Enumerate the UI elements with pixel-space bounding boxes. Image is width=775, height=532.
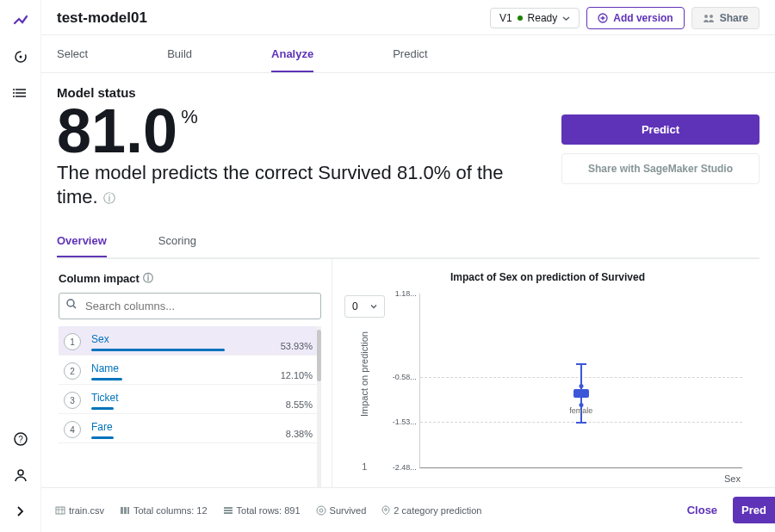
info-icon[interactable]: ⓘ [103, 191, 115, 205]
logo-icon[interactable] [12, 12, 29, 29]
svg-rect-15 [127, 507, 129, 514]
rows-icon [223, 505, 233, 516]
impact-pct: 8.38% [286, 429, 313, 439]
svg-point-11 [67, 300, 74, 306]
plus-icon [598, 13, 608, 23]
add-version-button[interactable]: Add version [586, 7, 684, 29]
target-col: Survived [330, 505, 367, 516]
svg-rect-17 [224, 510, 232, 511]
rank-badge: 4 [64, 421, 81, 438]
impact-pct: 53.93% [281, 341, 313, 351]
prediction-type: 2 category prediction [394, 505, 481, 516]
chart-panel: Impact of Sex on prediction of Survived … [332, 259, 760, 487]
target-icon [316, 505, 326, 516]
share-sagemaker-button[interactable]: Share with SageMaker Studio [561, 153, 760, 184]
rank-badge: 1 [64, 333, 81, 350]
predict-footer-button[interactable]: Pred [733, 497, 775, 523]
column-name: Fare [91, 421, 314, 433]
total-columns: Total columns: 12 [133, 505, 208, 516]
status-dot-icon [518, 15, 523, 21]
location-icon [381, 505, 390, 516]
svg-rect-12 [56, 507, 65, 514]
svg-point-7 [18, 470, 23, 475]
svg-rect-13 [121, 507, 123, 514]
search-icon [65, 298, 78, 310]
svg-rect-14 [124, 507, 127, 514]
impact-bar [91, 407, 114, 410]
column-list: 1 Sex 53.93% 2 Name [59, 326, 321, 487]
subtab-scoring[interactable]: Scoring [158, 226, 196, 257]
svg-point-10 [710, 15, 713, 18]
info-icon[interactable]: ⓘ [143, 271, 153, 286]
svg-point-4 [13, 96, 15, 97]
impact-pct: 8.55% [286, 399, 313, 410]
tab-analyze[interactable]: Analyze [271, 35, 313, 72]
version-dropdown[interactable]: V1 Ready [490, 8, 580, 28]
rank-badge: 2 [64, 362, 81, 380]
chart-class-dropdown[interactable]: 0 [344, 295, 385, 318]
chart-plot: 1.18... -0.58... -1.53... -2.48... [388, 294, 751, 487]
x-axis-label: Sex [724, 473, 741, 484]
chevron-down-icon [562, 15, 570, 22]
chevron-down-icon [370, 303, 377, 310]
column-item-fare[interactable]: 4 Fare 8.38% [59, 414, 321, 443]
svg-text:?: ? [18, 435, 23, 444]
add-version-label: Add version [613, 12, 673, 24]
svg-rect-16 [224, 507, 232, 509]
share-label: Share [720, 12, 748, 24]
model-status-description: The model predicts the correct Survived … [57, 161, 530, 210]
file-name: train.csv [69, 505, 104, 516]
help-icon[interactable]: ? [12, 430, 29, 448]
search-input[interactable] [59, 293, 321, 319]
tab-build[interactable]: Build [167, 35, 192, 72]
impact-bar [91, 349, 225, 351]
file-icon [55, 505, 65, 516]
y-one-label: 1 [362, 461, 367, 472]
svg-point-1 [19, 56, 22, 59]
column-name: Ticket [91, 392, 314, 404]
column-item-ticket[interactable]: 3 Ticket 8.55% [59, 385, 321, 414]
left-rail: ? [0, 0, 41, 532]
predict-button[interactable]: Predict [561, 114, 760, 145]
y-axis-label: Impact on prediction [359, 323, 369, 425]
impact-pct: 12.10% [281, 370, 313, 380]
user-icon[interactable] [12, 467, 29, 484]
ready-label: Ready [528, 12, 558, 24]
impact-bar [91, 436, 114, 439]
svg-point-21 [385, 508, 388, 510]
rank-badge: 3 [64, 392, 81, 409]
column-item-name[interactable]: 2 Name 12.10% [59, 356, 321, 385]
total-rows: Total rows: 891 [237, 505, 301, 516]
refresh-icon[interactable] [12, 48, 29, 65]
scrollbar[interactable] [317, 326, 321, 487]
svg-point-3 [13, 92, 15, 94]
chevron-right-icon[interactable] [12, 503, 29, 520]
svg-rect-18 [224, 512, 232, 514]
list-icon[interactable] [12, 84, 29, 102]
svg-point-9 [704, 15, 708, 18]
main-tabs: Select Build Analyze Predict [41, 35, 775, 72]
column-impact-panel: Column impact ⓘ 1 Sex [57, 259, 332, 487]
accuracy-value: 81.0% [57, 103, 546, 159]
footer-bar: train.csv Total columns: 12 Total rows: … [41, 487, 775, 532]
chart-title: Impact of Sex on prediction of Survived [344, 271, 751, 283]
subtab-overview[interactable]: Overview [57, 226, 107, 257]
version-label: V1 [499, 12, 512, 24]
svg-point-20 [319, 509, 323, 512]
tab-select[interactable]: Select [57, 35, 88, 72]
people-icon [703, 13, 715, 23]
columns-icon [120, 505, 130, 516]
page-title: test-model01 [57, 9, 483, 27]
column-item-sex[interactable]: 1 Sex 53.93% [59, 326, 321, 356]
sub-tabs: Overview Scoring [57, 226, 760, 258]
tab-predict[interactable]: Predict [393, 35, 427, 72]
svg-point-2 [13, 89, 15, 90]
share-button[interactable]: Share [691, 7, 760, 29]
column-impact-title: Column impact ⓘ [59, 271, 321, 286]
header: test-model01 V1 Ready Add version Share [41, 0, 775, 34]
impact-bar [91, 378, 122, 380]
category-label: female [569, 406, 592, 415]
search-columns [59, 293, 321, 319]
svg-point-19 [317, 506, 326, 515]
close-link[interactable]: Close [687, 504, 717, 517]
